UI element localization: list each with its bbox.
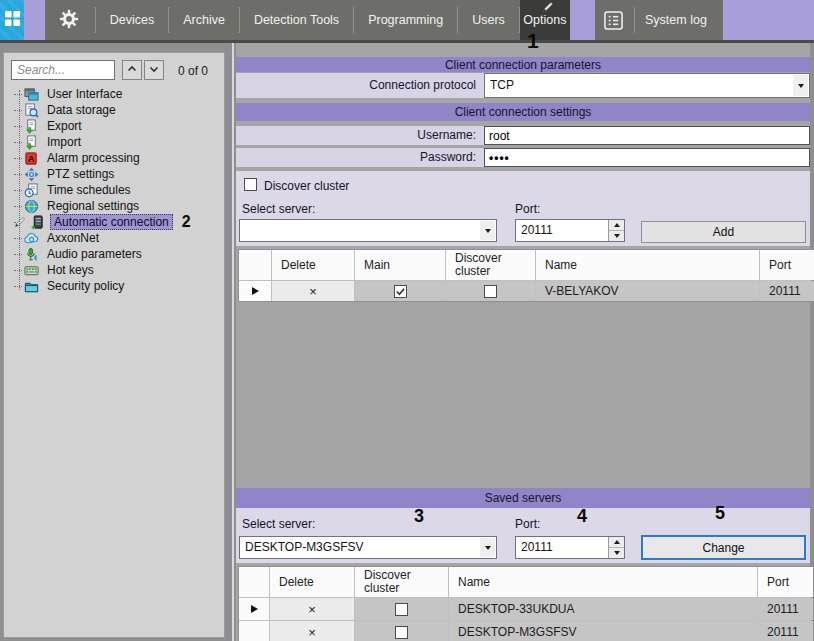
server-port-cell: 20111 bbox=[758, 621, 813, 641]
panel-splitter[interactable] bbox=[225, 43, 234, 641]
password-field[interactable] bbox=[484, 148, 810, 167]
column-header-main: Main bbox=[355, 250, 445, 280]
username-label: Username: bbox=[236, 126, 484, 145]
sidebar-item-time-schedules[interactable]: Time schedules bbox=[10, 182, 222, 198]
sidebar-item-export[interactable]: Export bbox=[10, 118, 222, 134]
delete-row-button[interactable]: × bbox=[270, 621, 354, 641]
sidebar-item-user-interface[interactable]: User Interface bbox=[10, 86, 222, 102]
automatic-connection-icon bbox=[30, 215, 46, 230]
discover-cluster-cell bbox=[446, 281, 535, 301]
server-port-cell: 20111 bbox=[758, 598, 813, 620]
sidebar-item-label: Regional settings bbox=[44, 199, 142, 213]
search-previous-button[interactable] bbox=[122, 60, 142, 80]
regional-settings-icon bbox=[24, 199, 40, 214]
username-field[interactable] bbox=[484, 126, 810, 145]
dropdown-arrow-icon[interactable] bbox=[793, 75, 808, 96]
saved-select-server-dropdown[interactable]: DESKTOP-M3GSFSV bbox=[239, 536, 497, 559]
top-toolbar: DevicesArchiveDetection ToolsProgramming… bbox=[0, 0, 814, 40]
sidebar-item-label: User Interface bbox=[44, 87, 125, 101]
chevron-up-icon bbox=[126, 63, 138, 78]
tree-branch-line bbox=[14, 142, 22, 143]
sidebar-item-label: Import bbox=[44, 135, 84, 149]
search-input[interactable] bbox=[11, 60, 115, 80]
column-header-selector bbox=[239, 250, 271, 280]
step-annotation-2: 2 bbox=[182, 213, 191, 231]
password-label: Password: bbox=[236, 148, 484, 167]
saved-select-server-label: Select server: bbox=[242, 517, 315, 531]
sidebar-item-security-policy[interactable]: Security policy bbox=[10, 278, 222, 294]
sidebar-item-label: Security policy bbox=[44, 279, 127, 293]
add-button[interactable]: Add bbox=[641, 221, 806, 243]
pencil-icon bbox=[542, 1, 554, 13]
menu-items: DevicesArchiveDetection ToolsProgramming… bbox=[96, 0, 520, 40]
main-checkbox[interactable] bbox=[394, 285, 407, 298]
port-label: Port: bbox=[515, 202, 540, 216]
sidebar-item-regional-settings[interactable]: Regional settings bbox=[10, 198, 222, 214]
sidebar-item-axxonnet[interactable]: AxxonNet bbox=[10, 230, 222, 246]
settings-sidebar: 0 of 0 User InterfaceData storageExportI… bbox=[3, 52, 225, 638]
tree-branch-line bbox=[14, 190, 22, 191]
discover-cluster-checkbox[interactable] bbox=[484, 285, 497, 298]
tree-branch-line bbox=[14, 270, 22, 271]
time-schedules-icon bbox=[24, 183, 40, 198]
saved-select-server-value: DESKTOP-M3GSFSV bbox=[245, 537, 478, 558]
menu-item-devices[interactable]: Devices bbox=[96, 0, 168, 40]
menu-item-users[interactable]: Users bbox=[458, 0, 519, 40]
stepper-down-icon[interactable] bbox=[609, 230, 624, 241]
delete-row-button[interactable]: × bbox=[270, 598, 354, 620]
column-header-port: Port bbox=[760, 250, 814, 280]
menu-item-archive[interactable]: Archive bbox=[169, 0, 239, 40]
menu-item-programming[interactable]: Programming bbox=[354, 0, 457, 40]
settings-gear-button[interactable] bbox=[45, 8, 95, 33]
sidebar-item-import[interactable]: Import bbox=[10, 134, 222, 150]
tree-branch-line bbox=[14, 94, 22, 95]
stepper-up-icon[interactable] bbox=[609, 537, 624, 547]
discover-cluster-checkbox[interactable] bbox=[395, 626, 408, 639]
sidebar-item-label: Automatic connection bbox=[50, 214, 173, 230]
tree-branch-line bbox=[14, 254, 22, 255]
sidebar-item-audio-parameters[interactable]: Audio parameters bbox=[10, 246, 222, 262]
row-selector-cell[interactable] bbox=[239, 281, 271, 301]
app-launcher-button[interactable] bbox=[0, 0, 24, 40]
server-name-cell: DESKTOP-M3GSFSV bbox=[449, 621, 757, 641]
server-name-cell: DESKTOP-33UKDUA bbox=[449, 598, 757, 620]
sidebar-item-label: Alarm processing bbox=[44, 151, 143, 165]
sidebar-item-hot-keys[interactable]: Hot keys bbox=[10, 262, 222, 278]
main-menu-bar: DevicesArchiveDetection ToolsProgramming… bbox=[45, 0, 570, 40]
stepper-up-icon[interactable] bbox=[609, 220, 624, 230]
menu-item-detection-tools[interactable]: Detection Tools bbox=[240, 0, 353, 40]
port-stepper[interactable]: 20111 bbox=[515, 219, 625, 242]
discover-cluster-checkbox[interactable] bbox=[244, 178, 257, 191]
import-icon bbox=[24, 135, 40, 150]
axxonnet-icon bbox=[24, 231, 40, 246]
sidebar-item-automatic-connection[interactable]: Automatic connection2 bbox=[10, 214, 222, 230]
select-server-dropdown[interactable] bbox=[239, 219, 497, 242]
saved-port-value: 20111 bbox=[521, 537, 553, 558]
column-header-delete: Delete bbox=[270, 567, 354, 597]
dropdown-arrow-icon[interactable] bbox=[480, 221, 495, 240]
server-port-cell: 20111 bbox=[760, 281, 814, 301]
dropdown-arrow-icon[interactable] bbox=[480, 538, 495, 557]
chevron-down-icon bbox=[148, 63, 160, 78]
system-log-bar: System log bbox=[595, 0, 723, 40]
delete-row-button[interactable]: × bbox=[272, 281, 354, 301]
discover-cluster-checkbox[interactable] bbox=[395, 603, 408, 616]
change-button[interactable]: Change bbox=[641, 535, 806, 560]
saved-port-stepper[interactable]: 20111 bbox=[515, 536, 625, 559]
column-header-discover-cluster: Discover cluster bbox=[355, 567, 448, 597]
sidebar-item-alarm-processing[interactable]: AAlarm processing bbox=[10, 150, 222, 166]
current-row-icon bbox=[252, 287, 259, 295]
sidebar-item-label: Hot keys bbox=[44, 263, 97, 277]
user-interface-icon bbox=[24, 87, 40, 102]
row-selector-cell[interactable] bbox=[239, 621, 269, 641]
sidebar-item-ptz-settings[interactable]: PTZ settings bbox=[10, 166, 222, 182]
connection-protocol-select[interactable]: TCP bbox=[484, 73, 810, 98]
column-header-selector bbox=[239, 567, 269, 597]
sidebar-item-data-storage[interactable]: Data storage bbox=[10, 102, 222, 118]
stepper-down-icon[interactable] bbox=[609, 547, 624, 558]
menu-item-system-log[interactable]: System log bbox=[635, 13, 717, 27]
row-selector-cell[interactable] bbox=[239, 598, 269, 620]
search-next-button[interactable] bbox=[144, 60, 164, 80]
audio-parameters-icon bbox=[24, 247, 40, 262]
application-window: DevicesArchiveDetection ToolsProgramming… bbox=[0, 0, 814, 641]
